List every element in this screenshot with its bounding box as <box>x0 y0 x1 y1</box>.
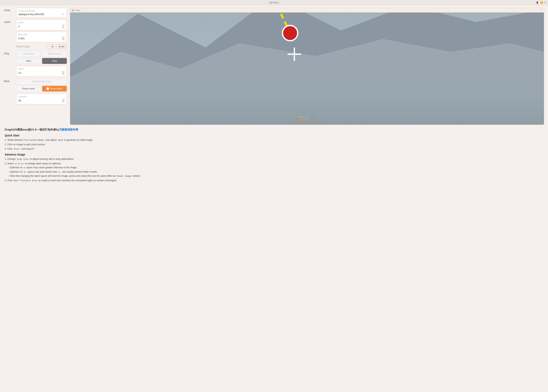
pretrained-model-label: Pretrained Model <box>18 10 65 12</box>
latent-group: Latent Seed ▲ ▼ Step <box>4 20 67 42</box>
lambda-input-wrapper: ▲ ▼ <box>18 98 65 103</box>
lambda-input[interactable] <box>18 99 62 102</box>
step-size-up-btn[interactable]: ▲ <box>62 36 65 38</box>
image-panel: 🖼 Image ⤢ <box>70 8 544 125</box>
image-canvas-area[interactable]: 😺 ahh hfs AHHHHFS.COM <box>70 13 544 125</box>
seed-input[interactable] <box>18 25 62 28</box>
seed-up-btn[interactable]: ▲ <box>62 24 65 26</box>
draggan-title-prefix: DragGAN离线mac版V1.0—项目打包作者by <box>5 128 59 131</box>
pretrained-model-select[interactable]: stylegan2-lhq-256x256 stylegan2-ffhq-256… <box>18 13 65 16</box>
titlebar-title: 127.0.0.1 <box>269 1 279 4</box>
pretrained-model-select-wrapper: stylegan2-lhq-256x256 stylegan2-ffhq-256… <box>18 13 65 16</box>
radio-w-option[interactable]: w <box>47 44 56 49</box>
steps-stepper: ▲ ▼ <box>62 71 65 75</box>
mask-content: Edit Flexible Area Reset mask ✓ Show Mas… <box>16 79 67 92</box>
seed-stepper: ▲ ▼ <box>62 24 65 28</box>
image-icon: 🖼 <box>72 9 74 11</box>
steps-label: Steps <box>18 68 65 70</box>
wifi-icon: 📶 <box>540 1 543 4</box>
start-button[interactable]: Start <box>16 58 41 64</box>
left-panel: Pickle Pretrained Model stylegan2-lhq-25… <box>4 8 67 104</box>
advance-item-3: 3. Click Edit Flexible Area to create a … <box>5 179 543 182</box>
main-layout: Pickle Pretrained Model stylegan2-lhq-25… <box>0 6 548 187</box>
quick-start-item-3: 3. Click Start and enjoy it! <box>5 147 543 151</box>
step-size-box: Step Size ▲ ▼ <box>16 31 67 42</box>
step-size-label: Step Size <box>18 33 65 35</box>
landscape-background <box>70 13 544 125</box>
image-expand-icon[interactable]: ⤢ <box>540 9 542 12</box>
moon-icon[interactable]: 🌓 <box>536 1 539 4</box>
advance-sub-item-3: Note that changing the latent space will… <box>8 174 543 178</box>
reset-image-group: Reset Image w w+ <box>4 44 67 49</box>
advance-usage-list: 1. Change Step Size to adjust learning r… <box>5 157 543 182</box>
pretrained-model-content: Pretrained Model stylegan2-lhq-256x256 s… <box>16 8 67 17</box>
radio-w-dot <box>49 46 51 48</box>
pickle-label: Pickle <box>4 8 14 12</box>
steps-content: Steps ▲ ▼ <box>16 66 67 77</box>
lambda-group: Lambda ▲ ▼ <box>4 94 67 104</box>
seed-box: Seed ▲ ▼ <box>16 20 67 30</box>
advance-usage-heading: Advance Usage <box>5 153 543 156</box>
image-panel-title: 🖼 Image <box>72 9 81 11</box>
drag-btn-row-2: Start Stop <box>16 58 67 64</box>
reset-points-button[interactable]: Reset Points <box>42 51 67 57</box>
steps-down-btn[interactable]: ▼ <box>62 73 65 75</box>
steps-spacer <box>4 66 14 67</box>
svg-rect-7 <box>70 90 544 125</box>
mask-label: Mask <box>4 79 14 83</box>
lambda-box: Lambda ▲ ▼ <box>16 94 67 104</box>
lambda-stepper: ▲ ▼ <box>62 98 65 103</box>
reset-image-content: Reset Image w w+ <box>16 44 67 49</box>
step-size-input[interactable] <box>18 37 62 40</box>
steps-up-btn[interactable]: ▲ <box>62 71 65 73</box>
add-points-button[interactable]: Add Points <box>16 51 41 57</box>
step-size-down-btn[interactable]: ▼ <box>62 39 65 41</box>
show-mask-checkbox: ✓ <box>47 87 49 90</box>
refresh-icon[interactable]: ↺ <box>544 1 546 4</box>
quick-start-heading: Quick Start <box>5 134 543 137</box>
radio-w-label: w <box>52 45 54 48</box>
draggan-title-link[interactable]: 万能君的软件库 <box>59 128 78 131</box>
mask-btn-row: Reset mask ✓ Show Mask <box>16 86 67 92</box>
radio-group: w w+ <box>47 44 67 49</box>
bottom-content: DragGAN离线mac版V1.0—项目打包作者by万能君的软件库 Quick … <box>4 128 544 183</box>
image-title-text: Image <box>75 9 81 11</box>
lambda-up-btn[interactable]: ▲ <box>62 98 65 100</box>
advance-item-1: 1. Change Step Size to adjust learning r… <box>5 157 543 161</box>
lambda-spacer <box>4 94 14 95</box>
titlebar: 127.0.0.1 🌓 📶 ↺ <box>0 0 548 6</box>
step-size-input-wrapper: ▲ ▼ <box>18 36 65 41</box>
radio-wplus-dot <box>59 46 61 48</box>
radio-wplus-label: w+ <box>62 45 65 48</box>
steps-box: Steps ▲ ▼ <box>16 66 67 77</box>
image-panel-header: 🖼 Image ⤢ <box>70 8 544 13</box>
seed-down-btn[interactable]: ▼ <box>62 27 65 28</box>
advance-sub-item-1: Optimize on w space may cause greater in… <box>8 166 543 169</box>
latent-label: Latent <box>4 20 14 23</box>
titlebar-icons: 🌓 📶 ↺ <box>536 1 546 4</box>
show-mask-button[interactable]: ✓ Show Mask <box>42 86 67 92</box>
advance-item-2: 2. Select w or w+ to change latent space… <box>5 162 543 178</box>
pretrained-model-group: Pickle Pretrained Model stylegan2-lhq-25… <box>4 8 67 17</box>
mask-group: Mask Edit Flexible Area Reset mask ✓ Sho… <box>4 79 67 92</box>
edit-flexible-area-button[interactable]: Edit Flexible Area <box>16 79 67 84</box>
radio-wplus-option[interactable]: w+ <box>57 44 67 49</box>
quick-start-item-2: 2. Click on image to add control points. <box>5 143 543 146</box>
reset-image-btn-label[interactable]: Reset Image <box>16 45 45 48</box>
advance-sub-list: Optimize on w space may cause greater in… <box>5 166 543 178</box>
drag-btn-row-1: Add Points Reset Points <box>16 51 67 57</box>
reset-image-spacer <box>4 44 14 45</box>
stop-button[interactable]: Stop <box>42 58 67 64</box>
top-section: Pickle Pretrained Model stylegan2-lhq-25… <box>4 8 544 125</box>
reset-mask-button[interactable]: Reset mask <box>16 86 41 92</box>
draggan-title: DragGAN离线mac版V1.0—项目打包作者by万能君的软件库 <box>5 128 543 132</box>
lambda-label: Lambda <box>18 95 65 98</box>
steps-input[interactable] <box>18 71 62 74</box>
lambda-content: Lambda ▲ ▼ <box>16 94 67 104</box>
show-mask-label: Show Mask <box>50 87 62 90</box>
drag-group: Drag Add Points Reset Points Start Stop <box>4 51 67 64</box>
lambda-down-btn[interactable]: ▼ <box>62 101 65 103</box>
quick-start-list: 1. Select desired Pretrained Model and a… <box>5 138 543 151</box>
quick-start-item-1: 1. Select desired Pretrained Model and a… <box>5 138 543 142</box>
seed-input-wrapper: ▲ ▼ <box>18 24 65 28</box>
